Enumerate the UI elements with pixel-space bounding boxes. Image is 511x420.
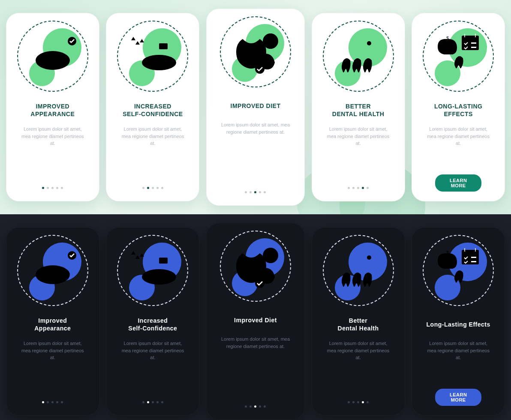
phone-mockup: Long-Lasting EffectsLorem ipsum dolor si… bbox=[412, 227, 505, 416]
appearance-icon bbox=[11, 232, 95, 309]
page-dot[interactable] bbox=[51, 401, 54, 403]
screen-description: Lorem ipsum dolor sit amet, mea regione … bbox=[416, 126, 500, 147]
screen-description: Lorem ipsum dolor sit amet, mea regione … bbox=[211, 121, 300, 135]
phone-mockup: Better Dental HealthLorem ipsum dolor si… bbox=[312, 227, 405, 416]
page-dot[interactable] bbox=[348, 401, 350, 403]
lasting-icon bbox=[416, 232, 500, 309]
page-dot[interactable] bbox=[51, 187, 54, 189]
page-indicator bbox=[106, 187, 199, 189]
page-dot[interactable] bbox=[259, 405, 261, 408]
learn-more-button[interactable]: LEARN MORE bbox=[435, 389, 481, 406]
lasting-icon bbox=[416, 18, 500, 95]
page-dot[interactable] bbox=[147, 187, 149, 189]
page-dot[interactable] bbox=[367, 401, 369, 403]
page-dot[interactable] bbox=[142, 187, 144, 189]
learn-more-button[interactable]: LEARN MORE bbox=[435, 174, 481, 192]
page-indicator bbox=[6, 187, 99, 189]
dental-icon bbox=[316, 18, 400, 95]
page-dot[interactable] bbox=[367, 187, 369, 189]
page-dot[interactable] bbox=[161, 401, 163, 403]
phone-mockup: Improved AppearanceLorem ipsum dolor sit… bbox=[6, 227, 99, 416]
onboarding-row-light: IMPROVED APPEARANCELorem ipsum dolor sit… bbox=[0, 0, 511, 214]
page-dot[interactable] bbox=[254, 405, 256, 408]
page-dot[interactable] bbox=[249, 405, 252, 408]
page-dot[interactable] bbox=[352, 187, 355, 189]
screen-title: IMPROVED DIET bbox=[211, 98, 300, 114]
page-dot[interactable] bbox=[42, 401, 44, 403]
confidence-icon bbox=[111, 18, 195, 95]
page-dot[interactable] bbox=[352, 401, 355, 403]
screen-title: Long-Lasting Effects bbox=[416, 317, 500, 332]
screen-description: Lorem ipsum dolor sit amet, mea regione … bbox=[316, 340, 400, 361]
page-dot[interactable] bbox=[61, 187, 63, 189]
page-indicator bbox=[106, 401, 199, 403]
screen-title: INCREASED SELF-CONFIDENCE bbox=[111, 102, 195, 118]
screen-title: LONG-LASTING EFFECTS bbox=[416, 102, 500, 118]
phone-mockup: INCREASED SELF-CONFIDENCELorem ipsum dol… bbox=[106, 13, 199, 201]
page-indicator bbox=[207, 405, 304, 408]
page-dot[interactable] bbox=[245, 405, 247, 408]
screen-title: IMPROVED APPEARANCE bbox=[11, 102, 95, 118]
screen-description: Lorem ipsum dolor sit amet, mea regione … bbox=[211, 336, 300, 350]
page-dot[interactable] bbox=[61, 401, 63, 403]
page-indicator bbox=[207, 191, 304, 193]
screen-description: Lorem ipsum dolor sit amet, mea regione … bbox=[316, 126, 400, 147]
screen-description: Lorem ipsum dolor sit amet, mea regione … bbox=[111, 340, 195, 361]
page-dot[interactable] bbox=[47, 187, 49, 189]
page-dot[interactable] bbox=[264, 191, 266, 193]
page-dot[interactable] bbox=[152, 187, 154, 189]
phone-mockup: Improved DietLorem ipsum dolor sit amet,… bbox=[206, 223, 305, 420]
screen-title: BETTER DENTAL HEALTH bbox=[316, 102, 400, 118]
page-dot[interactable] bbox=[56, 401, 58, 403]
page-dot[interactable] bbox=[362, 401, 364, 403]
screen-title: Increased Self-Confidence bbox=[111, 317, 195, 332]
phone-mockup: LONG-LASTING EFFECTSLorem ipsum dolor si… bbox=[412, 13, 505, 201]
screen-description: Lorem ipsum dolor sit amet, mea regione … bbox=[111, 126, 195, 147]
screen-title: Improved Diet bbox=[211, 312, 300, 328]
confidence-icon bbox=[111, 232, 195, 309]
page-dot[interactable] bbox=[56, 187, 58, 189]
page-dot[interactable] bbox=[264, 405, 266, 408]
page-dot[interactable] bbox=[254, 191, 256, 193]
page-dot[interactable] bbox=[348, 187, 350, 189]
diet-icon bbox=[211, 13, 300, 90]
page-indicator bbox=[312, 187, 405, 189]
dental-icon bbox=[316, 232, 400, 309]
screen-description: Lorem ipsum dolor sit amet, mea regione … bbox=[11, 126, 95, 147]
page-dot[interactable] bbox=[259, 191, 261, 193]
page-dot[interactable] bbox=[362, 187, 364, 189]
page-dot[interactable] bbox=[156, 401, 159, 403]
screen-title: Better Dental Health bbox=[316, 317, 400, 332]
diet-icon bbox=[211, 228, 300, 305]
phone-mockup: BETTER DENTAL HEALTHLorem ipsum dolor si… bbox=[312, 13, 405, 201]
appearance-icon bbox=[11, 18, 95, 95]
page-dot[interactable] bbox=[47, 401, 49, 403]
page-dot[interactable] bbox=[161, 187, 163, 189]
page-dot[interactable] bbox=[249, 191, 252, 193]
page-dot[interactable] bbox=[152, 401, 154, 403]
page-dot[interactable] bbox=[156, 187, 159, 189]
screen-description: Lorem ipsum dolor sit amet, mea regione … bbox=[11, 340, 95, 361]
page-indicator bbox=[312, 401, 405, 403]
onboarding-row-dark: Improved AppearanceLorem ipsum dolor sit… bbox=[0, 214, 511, 420]
page-dot[interactable] bbox=[142, 401, 144, 403]
phone-mockup: IMPROVED APPEARANCELorem ipsum dolor sit… bbox=[6, 13, 99, 201]
page-dot[interactable] bbox=[147, 401, 149, 403]
screen-description: Lorem ipsum dolor sit amet, mea regione … bbox=[416, 340, 500, 361]
page-dot[interactable] bbox=[245, 191, 247, 193]
page-indicator bbox=[6, 401, 99, 403]
phone-mockup: Increased Self-ConfidenceLorem ipsum dol… bbox=[106, 227, 199, 416]
page-dot[interactable] bbox=[357, 187, 359, 189]
phone-mockup: IMPROVED DIETLorem ipsum dolor sit amet,… bbox=[206, 9, 305, 206]
page-dot[interactable] bbox=[42, 187, 44, 189]
page-dot[interactable] bbox=[357, 401, 359, 403]
screen-title: Improved Appearance bbox=[11, 317, 95, 332]
